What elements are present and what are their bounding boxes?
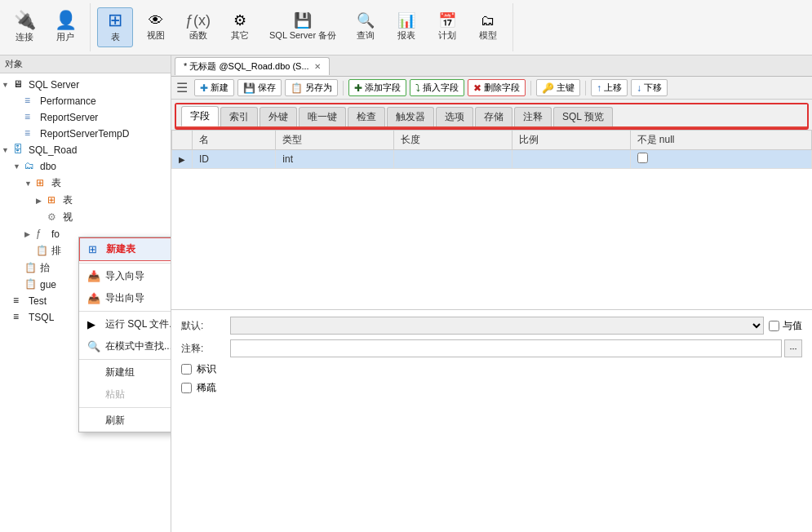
moveup-icon: ↑: [597, 82, 601, 94]
ctx-import[interactable]: 📥 导入向导: [79, 265, 171, 287]
col-scale: 比例: [512, 131, 630, 150]
tab-check[interactable]: 检查: [348, 107, 385, 126]
btn-new[interactable]: ✚ 新建: [194, 79, 234, 96]
field-length-cell[interactable]: [394, 150, 512, 169]
tab-unique[interactable]: 唯一键: [299, 107, 346, 126]
tree-label-other1: 抬: [40, 261, 50, 275]
expand-icon-func: ▶: [24, 230, 36, 238]
sparse-checkbox[interactable]: [181, 383, 192, 393]
view-icon: 👁: [149, 13, 163, 28]
ctx-new-group[interactable]: 新建组: [79, 361, 171, 383]
col-type: 类型: [276, 131, 394, 150]
field-type-cell[interactable]: int: [276, 150, 394, 169]
toolbar-func[interactable]: ƒ(x) 函数: [179, 10, 217, 45]
tab-sqlpreview[interactable]: SQL 预览: [553, 107, 613, 126]
user-label: 用户: [56, 31, 74, 43]
btn-insertfield[interactable]: ⤵ 插入字段: [410, 79, 464, 96]
test-icon: ≡: [13, 295, 26, 308]
tree-label-sqlserver: SQL Server: [29, 79, 79, 91]
query-icon: 🔍: [357, 13, 375, 28]
menu-icon: ☰: [176, 80, 188, 95]
btn-deletefield[interactable]: ✖ 删除字段: [468, 79, 526, 96]
toolbar-query[interactable]: 🔍 查询: [348, 10, 384, 45]
ctx-new-group-label: 新建组: [105, 366, 135, 379]
btn-moveup[interactable]: ↑ 上移: [591, 79, 628, 96]
tree-item-dbo[interactable]: ▼ 🗂 dbo: [0, 158, 171, 175]
tree-item-reportserver[interactable]: ≡ ReportServer: [0, 109, 171, 126]
field-notnull-cell[interactable]: [630, 150, 811, 169]
ctx-new-table-icon: ⊞: [88, 243, 101, 255]
tab-storage[interactable]: 存储: [475, 107, 512, 126]
gue-icon: 📋: [24, 278, 38, 291]
user-icon: 👤: [55, 11, 77, 29]
ctx-export-label: 导出向导: [105, 291, 144, 305]
btn-primarykey[interactable]: 🔑 主键: [536, 79, 580, 96]
btn-addfield[interactable]: ✚ 添加字段: [348, 79, 406, 96]
plan-icon: 📅: [438, 13, 456, 28]
tree-label-reportserver: ReportServer: [40, 112, 98, 123]
toolbar-plan[interactable]: 📅 计划: [429, 10, 465, 45]
comment-btn[interactable]: ···: [784, 339, 802, 357]
tree-item-table-entry[interactable]: ▶ ⊞ 表: [0, 192, 171, 209]
toolbar-connect[interactable]: 🔌 连接: [7, 8, 42, 47]
toolbar-user[interactable]: 👤 用户: [47, 8, 83, 47]
toolbar-table[interactable]: ⊞ 表: [97, 7, 133, 47]
notnull-checkbox[interactable]: [637, 153, 648, 163]
ctx-paste[interactable]: 粘贴: [79, 383, 171, 406]
tree-item-performance[interactable]: ≡ Performance: [0, 93, 171, 109]
main-toolbar: 🔌 连接 👤 用户 ⊞ 表 👁 视图 ƒ(x) 函数 ⚙ 其它 💾 SQL Se…: [0, 0, 812, 55]
tree-item-sqlserver[interactable]: ▼ 🖥 SQL Server: [0, 77, 171, 93]
row-arrow-icon: ▶: [179, 155, 185, 164]
tree-item-sqlroad[interactable]: ▼ 🗄 SQL_Road: [0, 142, 171, 158]
ctx-refresh[interactable]: 刷新: [79, 410, 171, 432]
toolbar-report[interactable]: 📊 报表: [388, 10, 424, 45]
with-value-checkbox[interactable]: [769, 321, 779, 331]
field-name-cell[interactable]: ID: [193, 150, 276, 169]
tab-comment[interactable]: 注释: [514, 107, 552, 126]
tree-label-view-entry: 视: [63, 211, 73, 224]
tab-untitled[interactable]: * 无标题 @SQL_Road.dbo (S... ✕: [175, 57, 330, 75]
insertfield-label: 插入字段: [423, 82, 459, 94]
tsql-icon: ≡: [13, 311, 26, 324]
btn-movedown[interactable]: ↓ 下移: [631, 79, 668, 96]
col-name: 名: [193, 131, 276, 150]
default-label: 默认:: [181, 319, 230, 333]
tree-label-tsql: TSQL: [29, 312, 54, 323]
comment-input[interactable]: [230, 339, 782, 357]
model-label: 模型: [479, 29, 497, 42]
ctx-sep2: [79, 311, 171, 312]
ctx-export[interactable]: 📤 导出向导: [79, 287, 171, 309]
tree-header-label: 对象: [5, 59, 23, 69]
ctx-new-table[interactable]: ⊞ 新建表: [79, 237, 171, 261]
tab-fields[interactable]: 字段: [181, 106, 219, 126]
tab-options[interactable]: 选项: [436, 107, 473, 126]
new-icon: ✚: [200, 82, 208, 94]
btn-save[interactable]: 💾 保存: [237, 79, 282, 96]
default-select[interactable]: [230, 317, 764, 335]
tab-close-icon[interactable]: ✕: [314, 62, 321, 71]
toolbar-model[interactable]: 🗂 模型: [470, 10, 506, 45]
tab-fk[interactable]: 外键: [260, 107, 297, 126]
toolbar-other[interactable]: ⚙ 其它: [222, 10, 258, 45]
toolbar-view[interactable]: 👁 视图: [138, 10, 174, 45]
toolbar-sqlserver[interactable]: 💾 SQL Server 备份: [263, 10, 343, 45]
db-icon-performance: ≡: [24, 95, 38, 108]
identity-checkbox[interactable]: [181, 364, 192, 375]
tree-item-reportservertempd[interactable]: ≡ ReportServerTempD: [0, 126, 171, 142]
field-scale-cell[interactable]: [512, 150, 630, 169]
comment-row: 注释: ···: [181, 339, 802, 357]
btn-saveas[interactable]: 📋 另存为: [285, 79, 338, 96]
tab-index[interactable]: 索引: [220, 107, 258, 126]
tab-trigger[interactable]: 触发器: [387, 107, 434, 126]
fields-table: 名 类型 长度 比例 不是 null ▶ ID int: [171, 130, 812, 169]
model-icon: 🗂: [481, 13, 495, 28]
ctx-run-sql[interactable]: ▶ 运行 SQL 文件...: [79, 313, 171, 335]
tree-item-tables-folder[interactable]: ▼ ⊞ 表: [0, 175, 171, 192]
tree-item-view-entry[interactable]: ⚙ 视: [0, 209, 171, 226]
ctx-find-mode[interactable]: 🔍 在模式中查找...: [79, 335, 171, 357]
deletefield-label: 删除字段: [484, 82, 520, 94]
tab-label: * 无标题 @SQL_Road.dbo (S...: [184, 60, 309, 73]
table-row[interactable]: ▶ ID int: [172, 150, 812, 169]
expand-icon-tables: ▼: [24, 180, 36, 188]
ctx-import-label: 导入向导: [105, 269, 144, 283]
